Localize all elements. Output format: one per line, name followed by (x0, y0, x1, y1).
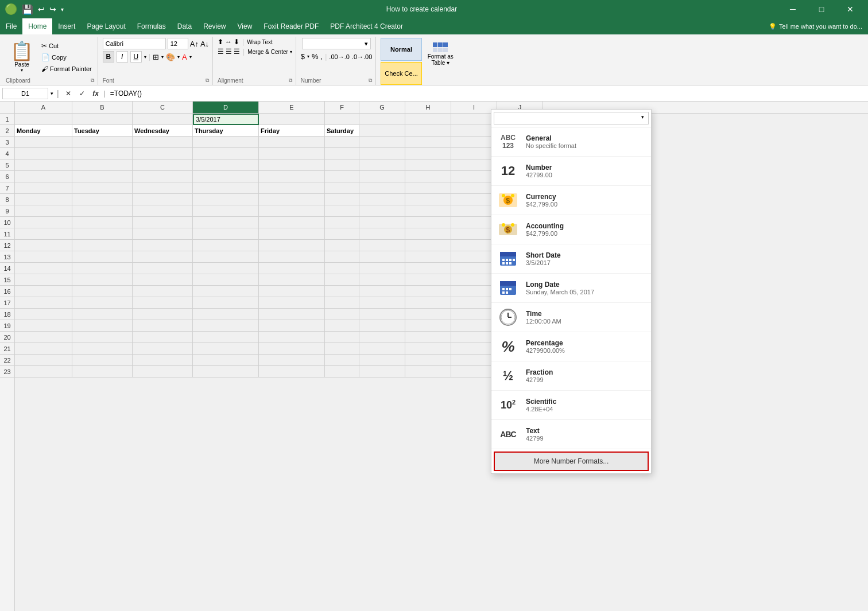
row-num-3[interactable]: 3 (0, 137, 14, 148)
format-item-currency[interactable]: $Currency$42,799.00 (491, 186, 651, 215)
menu-item-file[interactable]: File (0, 18, 22, 34)
cell-C14[interactable] (133, 263, 193, 274)
cell-E11[interactable] (259, 228, 325, 240)
cell-A9[interactable] (15, 205, 72, 217)
cell-E15[interactable] (259, 274, 325, 286)
format-item-short-date[interactable]: Short Date3/5/2017 (491, 244, 651, 274)
col-header-I[interactable]: I (451, 102, 497, 113)
cell-B16[interactable] (72, 286, 133, 297)
cell-F9[interactable] (325, 205, 359, 217)
cell-I9[interactable] (451, 205, 497, 217)
cell-H13[interactable] (405, 251, 451, 263)
format-item-general[interactable]: ABC123GeneralNo specific format (491, 127, 651, 157)
cell-C9[interactable] (133, 205, 193, 217)
cell-G20[interactable] (359, 332, 405, 343)
cell-I22[interactable] (451, 355, 497, 366)
row-num-16[interactable]: 16 (0, 286, 14, 297)
cell-C8[interactable] (133, 194, 193, 205)
cell-G4[interactable] (359, 148, 405, 159)
row-num-1[interactable]: 1 (0, 114, 14, 125)
cell-A22[interactable] (15, 355, 72, 366)
cell-H16[interactable] (405, 286, 451, 297)
cell-F1[interactable] (325, 114, 359, 125)
cell-C1[interactable] (133, 114, 193, 125)
format-item-accounting[interactable]: $Accounting $42,799.00 (491, 215, 651, 244)
format-item-text[interactable]: ABCText42799 (491, 420, 651, 449)
cell-D17[interactable] (193, 297, 259, 309)
save-icon[interactable]: 💾 (22, 4, 33, 15)
format-item-time[interactable]: Time12:00:00 AM (491, 303, 651, 332)
cell-A4[interactable] (15, 148, 72, 159)
cell-G8[interactable] (359, 194, 405, 205)
cell-F10[interactable] (325, 217, 359, 228)
row-num-23[interactable]: 23 (0, 366, 14, 378)
cell-B20[interactable] (72, 332, 133, 343)
cut-button[interactable]: ✂ Cut (39, 41, 94, 51)
cell-G14[interactable] (359, 263, 405, 274)
cell-E17[interactable] (259, 297, 325, 309)
align-bottom-button[interactable]: ⬇ (234, 38, 239, 46)
cell-G23[interactable] (359, 366, 405, 378)
format-item-fraction[interactable]: ½Fraction42799 (491, 361, 651, 391)
cell-H10[interactable] (405, 217, 451, 228)
cell-H14[interactable] (405, 263, 451, 274)
cell-A20[interactable] (15, 332, 72, 343)
cell-D3[interactable] (193, 137, 259, 148)
row-num-15[interactable]: 15 (0, 274, 14, 286)
cell-I10[interactable] (451, 217, 497, 228)
number-format-dropdown[interactable]: ▾ (302, 38, 371, 49)
cell-B22[interactable] (72, 355, 133, 366)
fill-dropdown[interactable]: ▾ (177, 55, 180, 60)
menu-item-view[interactable]: View (232, 18, 258, 34)
cell-I6[interactable] (451, 171, 497, 182)
cell-H8[interactable] (405, 194, 451, 205)
cell-B17[interactable] (72, 297, 133, 309)
align-right-button[interactable]: ☰ (234, 48, 240, 56)
row-num-7[interactable]: 7 (0, 182, 14, 194)
decrease-decimal-button[interactable]: .00→.0 (329, 53, 349, 60)
align-left-button[interactable]: ☰ (218, 48, 224, 56)
row-num-19[interactable]: 19 (0, 320, 14, 332)
cell-H22[interactable] (405, 355, 451, 366)
cell-C4[interactable] (133, 148, 193, 159)
align-top-button[interactable]: ⬆ (218, 38, 223, 46)
row-num-4[interactable]: 4 (0, 148, 14, 159)
tell-me-box[interactable]: 💡 Tell me what you want to do... (763, 18, 868, 34)
cell-F13[interactable] (325, 251, 359, 263)
format-item-scientific[interactable]: 102Scientific4.28E+04 (491, 391, 651, 420)
cell-G15[interactable] (359, 274, 405, 286)
bold-button[interactable]: B (103, 51, 114, 63)
cell-E4[interactable] (259, 148, 325, 159)
fx-button[interactable]: fx (90, 88, 102, 99)
cell-E1[interactable] (259, 114, 325, 125)
cell-E18[interactable] (259, 309, 325, 320)
cell-F3[interactable] (325, 137, 359, 148)
cell-G1[interactable] (359, 114, 405, 125)
cell-A8[interactable] (15, 194, 72, 205)
cell-A6[interactable] (15, 171, 72, 182)
cell-E9[interactable] (259, 205, 325, 217)
cell-C23[interactable] (133, 366, 193, 378)
cell-B18[interactable] (72, 309, 133, 320)
menu-item-pdf-architect[interactable]: PDF Architect 4 Creator (324, 18, 409, 34)
cell-A10[interactable] (15, 217, 72, 228)
cell-E19[interactable] (259, 320, 325, 332)
cell-G18[interactable] (359, 309, 405, 320)
menu-item-home[interactable]: Home (22, 18, 52, 34)
name-box[interactable] (2, 88, 48, 99)
cell-H2[interactable] (405, 125, 451, 137)
cell-H6[interactable] (405, 171, 451, 182)
menu-item-formulas[interactable]: Formulas (131, 18, 172, 34)
cell-C21[interactable] (133, 343, 193, 355)
cell-H9[interactable] (405, 205, 451, 217)
cell-B1[interactable] (72, 114, 133, 125)
cell-D2[interactable]: Thursday (193, 125, 259, 137)
minimize-button[interactable]: ─ (780, 0, 806, 18)
cell-I4[interactable] (451, 148, 497, 159)
cell-H17[interactable] (405, 297, 451, 309)
borders-button[interactable]: ⊞ (153, 53, 159, 61)
cell-H20[interactable] (405, 332, 451, 343)
cell-G9[interactable] (359, 205, 405, 217)
cell-A5[interactable] (15, 159, 72, 171)
cell-D11[interactable] (193, 228, 259, 240)
